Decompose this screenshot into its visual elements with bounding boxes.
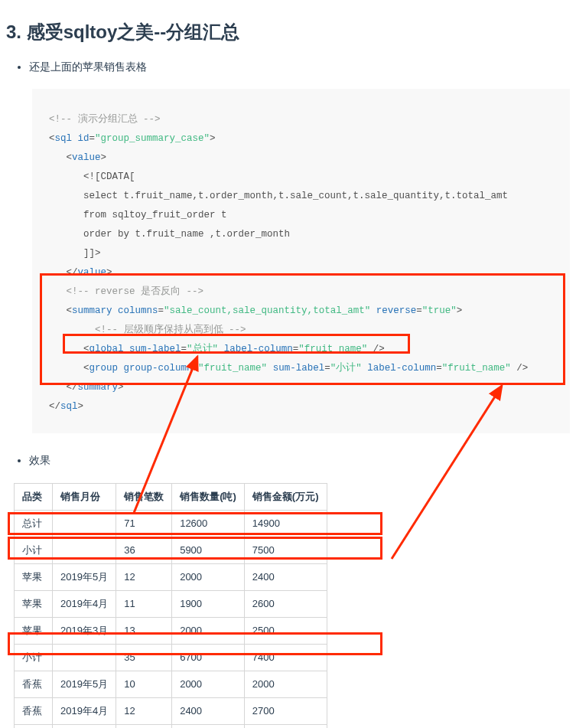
table-row: 小计3659007500: [15, 537, 327, 563]
table-cell: 2700: [244, 697, 327, 724]
table-cell: 香蕉: [15, 671, 53, 697]
table-row: 苹果2019年5月1220002400: [15, 563, 327, 590]
table-cell: 小计: [15, 537, 53, 563]
table-cell: 2000: [172, 671, 245, 697]
code-block: <!-- 演示分组汇总 --> <sql id="group_summary_c…: [32, 89, 570, 433]
table-cell: 12: [116, 697, 172, 724]
col-header: 销售金额(万元): [244, 483, 327, 510]
table-row: 苹果2019年3月1320002500: [15, 617, 327, 644]
section-heading: 3. 感受sqltoy之美--分组汇总: [6, 20, 570, 44]
table-cell: 2000: [172, 563, 245, 590]
table-cell: 2600: [244, 590, 327, 617]
code-attr: group-column: [124, 363, 193, 374]
code-string: "fruit_name": [198, 363, 267, 374]
code-attr: sum-label: [129, 344, 181, 354]
code-tag: summary: [72, 305, 112, 316]
table-cell: 2500: [244, 617, 327, 644]
code-string: "小计": [330, 363, 362, 374]
intro-bullet: 还是上面的苹果销售表格: [29, 58, 570, 75]
code-attr: label-column: [367, 363, 436, 374]
code-string: "group_summary_case": [95, 133, 210, 144]
table-cell: 2019年4月: [53, 697, 116, 724]
code-text: <![CDATA[: [83, 171, 135, 182]
col-header: 销售数量(吨): [172, 483, 245, 510]
table-cell: 14900: [244, 510, 327, 537]
code-tag: summary: [78, 382, 119, 393]
result-bullet: 效果: [29, 452, 570, 468]
col-header: 销售笔数: [116, 483, 172, 510]
table-cell: 小计: [15, 644, 53, 671]
table-cell: 1900: [172, 590, 245, 617]
result-list: 效果: [6, 452, 570, 468]
col-header: 销售月份: [53, 483, 116, 510]
table-row: 香蕉2019年3月1323002700: [15, 724, 327, 728]
intro-list: 还是上面的苹果销售表格: [6, 58, 570, 75]
table-header-row: 品类 销售月份 销售笔数 销售数量(吨) 销售金额(万元): [15, 483, 327, 510]
table-cell: 2400: [172, 697, 245, 724]
table-cell: 35: [116, 644, 172, 671]
code-attr: sum-label: [273, 363, 325, 374]
result-table: 品类 销售月份 销售笔数 销售数量(吨) 销售金额(万元) 总计71126001…: [14, 483, 327, 728]
code-attr: label-column: [224, 344, 293, 354]
table-cell: 2019年4月: [53, 590, 116, 617]
table-cell: 2000: [172, 617, 245, 644]
code-text: from sqltoy_fruit_order t: [83, 210, 227, 220]
table-cell: 苹果: [15, 590, 53, 617]
table-cell: 36: [116, 537, 172, 563]
code-attr: columns: [118, 305, 158, 316]
code-comment: <!-- reverse 是否反向 -->: [67, 286, 204, 297]
table-cell: 10: [116, 671, 172, 697]
table-row: 总计711260014900: [15, 510, 327, 537]
table-cell: 7500: [244, 537, 327, 563]
col-header: 品类: [15, 483, 53, 510]
table-cell: 2019年3月: [53, 724, 116, 728]
code-comment: <!-- 演示分组汇总 -->: [49, 114, 161, 125]
table-cell: 香蕉: [15, 724, 53, 728]
code-string: "总计": [187, 344, 218, 354]
code-tag: value: [72, 152, 101, 163]
table-cell: 71: [116, 510, 172, 537]
table-cell: 苹果: [15, 563, 53, 590]
table-cell: 2019年3月: [53, 617, 116, 644]
table-cell: 13: [116, 724, 172, 728]
table-cell: 13: [116, 617, 172, 644]
code-attr: id: [78, 133, 89, 144]
code-tag: sql: [60, 401, 78, 412]
code-string: "true": [422, 305, 457, 316]
code-attr: reverse: [376, 305, 417, 316]
table-row: 香蕉2019年4月1224002700: [15, 697, 327, 724]
table-cell: [53, 510, 116, 537]
code-text: order by t.fruit_name ,t.order_month: [83, 229, 290, 240]
table-cell: 香蕉: [15, 697, 53, 724]
table-cell: [53, 644, 116, 671]
code-comment: <!-- 层级顺序保持从高到低 -->: [95, 325, 246, 335]
table-row: 香蕉2019年5月1020002000: [15, 671, 327, 697]
code-tag: global: [89, 344, 124, 354]
table-cell: 2700: [244, 724, 327, 728]
table-cell: 12600: [172, 510, 245, 537]
table-cell: 2019年5月: [53, 671, 116, 697]
table-row: 小计3567007400: [15, 644, 327, 671]
table-cell: 7400: [244, 644, 327, 671]
table-cell: 6700: [172, 644, 245, 671]
table-row: 苹果2019年4月1119002600: [15, 590, 327, 617]
code-string: "fruit_name": [298, 344, 367, 354]
table-cell: 2400: [244, 563, 327, 590]
code-tag: sql: [55, 133, 73, 144]
code-text: ]]>: [83, 248, 101, 259]
code-tag: group: [89, 363, 119, 374]
code-text: select t.fruit_name,t.order_month,t.sale…: [83, 191, 508, 201]
table-cell: [53, 537, 116, 563]
code-string: "sale_count,sale_quantity,total_amt": [164, 305, 370, 316]
code-tag: value: [78, 267, 107, 278]
table-cell: 2019年5月: [53, 563, 116, 590]
table-cell: 2000: [244, 671, 327, 697]
table-cell: 5900: [172, 537, 245, 563]
table-cell: 苹果: [15, 617, 53, 644]
code-string: "fruit_name": [442, 363, 511, 374]
table-cell: 12: [116, 563, 172, 590]
table-cell: 11: [116, 590, 172, 617]
table-cell: 总计: [15, 510, 53, 537]
table-cell: 2300: [172, 724, 245, 728]
